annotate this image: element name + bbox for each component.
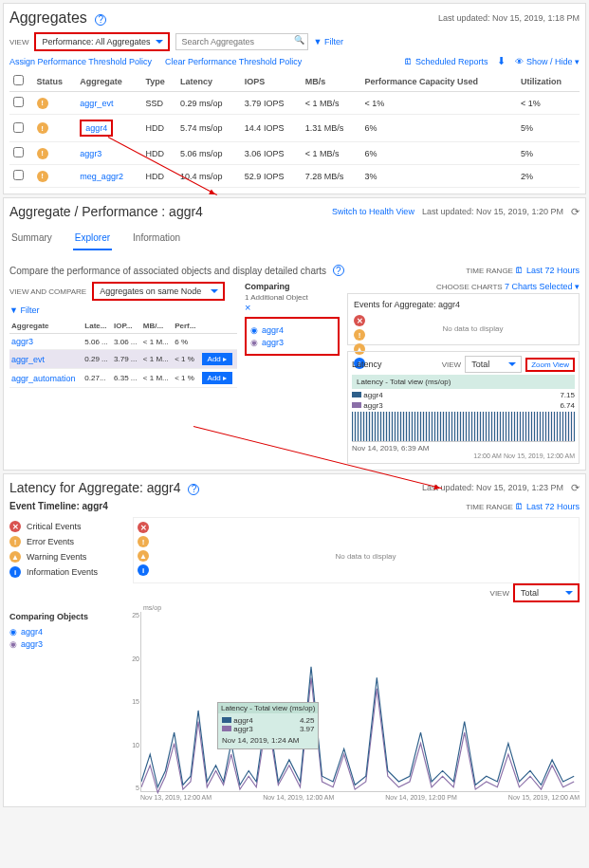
error-icon: ! <box>138 536 149 547</box>
clear-policy-link[interactable]: Clear Performance Threshold Policy <box>165 57 302 66</box>
aggregate-link[interactable]: aggr_evt <box>11 355 45 364</box>
refresh-icon[interactable]: ⟳ <box>571 482 580 494</box>
comparing-objects-header: Comparing Objects <box>9 612 114 621</box>
eye-icon[interactable]: ◉ <box>9 627 17 637</box>
filter-link[interactable]: ▼ Filter <box>9 305 39 315</box>
latency-detail-panel: Latency for Aggregate: aggr4 ? Last upda… <box>3 473 586 807</box>
close-icon[interactable]: × <box>245 302 340 313</box>
select-all-checkbox[interactable] <box>13 75 24 85</box>
critical-icon: ✕ <box>138 522 149 533</box>
status-icon: ! <box>37 148 48 159</box>
page-title: Aggregates ? <box>9 9 106 27</box>
compare-item[interactable]: ◉aggr3 <box>9 639 114 649</box>
view-dropdown[interactable]: Performance: All Aggregates <box>34 32 169 51</box>
add-button[interactable]: Add <box>202 353 232 365</box>
refresh-icon[interactable]: ⟳ <box>571 206 580 218</box>
aggregate-link[interactable]: meg_aggr2 <box>80 172 123 181</box>
table-row: ! aggr_evt SSD0.29 ms/op3.79 IOPS< 1 MB/… <box>9 92 580 115</box>
event-timeline-title: Event Timeline: aggr4 <box>9 501 108 511</box>
error-icon: ! <box>354 329 365 341</box>
warning-icon: ▲ <box>9 551 21 563</box>
mini-chart[interactable] <box>352 412 575 442</box>
download-icon[interactable]: ⬇ <box>497 55 506 67</box>
chart-name: Latency <box>352 360 382 369</box>
y-axis: 252015105 <box>124 612 139 791</box>
tab-summary[interactable]: Summary <box>9 227 54 250</box>
filter-link[interactable]: ▼ Filter <box>314 37 343 46</box>
panel-title: Aggregate / Performance : aggr4 <box>9 204 203 219</box>
tab-information[interactable]: Information <box>131 227 182 250</box>
scheduled-reports-link[interactable]: 🗓 Scheduled Reports <box>404 57 488 66</box>
event-timeline: ✕ ! ▲ i No data to display <box>133 517 580 583</box>
last-updated: Last updated: Nov 15, 2019, 1:20 PM <box>422 207 563 216</box>
table-row: ! aggr4 HDD5.74 ms/op14.4 IOPS1.31 MB/s6… <box>9 115 580 142</box>
compare-table: AggregateLate...IOP...MB/...Perf... aggr… <box>9 319 237 388</box>
aggregate-link[interactable]: aggr4 <box>80 120 113 137</box>
status-icon: ! <box>37 122 48 134</box>
additional-object: 1 Additional Object <box>245 293 340 302</box>
panel-title: Latency for Aggregate: aggr4 ? <box>9 480 199 495</box>
critical-icon: ✕ <box>9 521 21 532</box>
chart-band: Latency - Total view (ms/op) <box>352 375 575 389</box>
aggregate-link[interactable]: aggr_automation <box>11 374 76 383</box>
table-row: aggr_automation0.27...6.35 ...< 1 M...< … <box>9 369 237 388</box>
table-row: ! aggr3 HDD5.06 ms/op3.06 IOPS< 1 MB/s6%… <box>9 142 580 165</box>
event-legend: ✕Critical Events !Error Events ▲Warning … <box>9 517 123 583</box>
last-updated: Last updated: Nov 15, 2019, 1:18 PM <box>438 13 580 23</box>
eye-icon[interactable]: ◉ <box>250 338 258 347</box>
events-title: Events for Aggregate: aggr4 <box>354 300 573 309</box>
comparing-header: Comparing <box>245 282 340 291</box>
view-compare-dropdown[interactable]: Aggregates on same Node <box>92 282 225 301</box>
no-data-text: No data to display <box>373 313 573 339</box>
compare-item[interactable]: ◉aggr3 <box>250 338 334 347</box>
time-range-select[interactable]: 🗓 Last 72 Hours <box>515 502 580 511</box>
aggregates-table: Status Aggregate Type Latency IOPS MB/s … <box>9 71 580 188</box>
aggregate-link[interactable]: aggr_evt <box>80 99 113 108</box>
add-button[interactable]: Add <box>202 372 232 384</box>
table-row: aggr_evt0.29 ...3.79 ...< 1 M...< 1 %Add <box>9 350 237 369</box>
status-icon: ! <box>37 98 48 109</box>
tab-explorer[interactable]: Explorer <box>73 227 112 250</box>
show-hide-dropdown[interactable]: 👁 Show / Hide ▾ <box>515 57 580 66</box>
view-label: VIEW <box>9 38 28 46</box>
help-icon[interactable]: ? <box>333 265 344 276</box>
eye-icon[interactable]: ◉ <box>250 325 258 335</box>
status-icon: ! <box>37 171 48 182</box>
critical-icon: ✕ <box>354 315 365 326</box>
zoom-view-button[interactable]: Zoom View <box>525 358 575 372</box>
tabs: Summary Explorer Information <box>9 227 580 251</box>
help-icon[interactable]: ? <box>95 14 106 26</box>
table-row: aggr35.06 ...3.06 ...< 1 M...6 % <box>9 334 237 350</box>
chart-view-dropdown[interactable]: Total <box>465 356 522 373</box>
latency-chart[interactable]: ms/op 252015105 Latency - Total view (ms… <box>140 612 580 792</box>
row-checkbox[interactable] <box>13 122 24 133</box>
choose-charts-dropdown[interactable]: 7 Charts Selected ▾ <box>505 282 580 291</box>
performance-panel: Aggregate / Performance : aggr4 Switch t… <box>3 197 586 471</box>
table-row: ! meg_aggr2 HDD10.4 ms/op52.9 IOPS7.28 M… <box>9 165 580 188</box>
aggregate-link[interactable]: aggr3 <box>11 337 33 346</box>
search-input[interactable] <box>175 33 308 50</box>
last-updated: Last updated: Nov 15, 2019, 1:23 PM <box>422 483 563 492</box>
switch-view-link[interactable]: Switch to Health View <box>332 207 414 216</box>
chart-timestamp: Nov 14, 2019, 6:39 AM <box>352 444 575 452</box>
time-range-select[interactable]: 🗓 Last 72 Hours <box>515 266 580 275</box>
no-data-text: No data to display <box>153 541 579 566</box>
eye-icon[interactable]: ◉ <box>9 639 17 649</box>
aggregates-panel: Aggregates ? Last updated: Nov 15, 2019,… <box>3 3 586 194</box>
help-icon[interactable]: ? <box>188 484 199 495</box>
info-icon: i <box>138 564 149 576</box>
chart-tooltip: Latency - Total view (ms/op) aggr4 4.25 … <box>217 702 319 749</box>
warning-icon: ▲ <box>138 550 149 562</box>
events-box: Events for Aggregate: aggr4 ✕ ! ▲ i No d… <box>347 293 580 345</box>
latency-chart-box: Latency VIEW Total Zoom View Latency - T… <box>347 351 580 464</box>
compare-instruction: Compare the performance of associated ob… <box>9 265 344 276</box>
compare-item[interactable]: ◉aggr4 <box>9 627 114 637</box>
error-icon: ! <box>9 536 21 547</box>
assign-policy-link[interactable]: Assign Performance Threshold Policy <box>9 57 152 66</box>
aggregate-link[interactable]: aggr3 <box>80 149 101 158</box>
row-checkbox[interactable] <box>13 170 24 180</box>
row-checkbox[interactable] <box>13 147 24 157</box>
view-dropdown[interactable]: Total <box>513 583 580 602</box>
compare-item[interactable]: ◉aggr4 <box>250 325 334 335</box>
row-checkbox[interactable] <box>13 97 24 107</box>
